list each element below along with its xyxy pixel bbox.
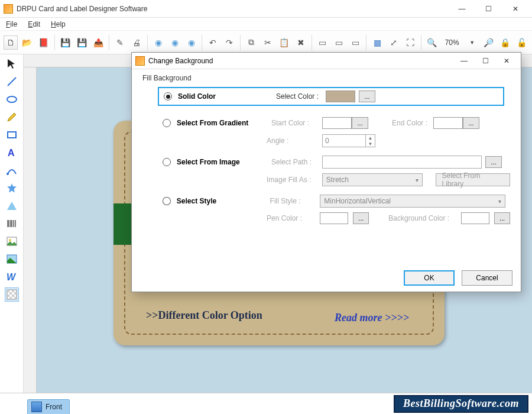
open-icon[interactable]: 📂 [20,35,34,50]
bg-color-swatch[interactable] [461,212,489,224]
paste-icon[interactable]: 📋 [277,35,291,50]
barcode-icon[interactable] [5,216,19,231]
rectangle-icon[interactable] [5,128,19,142]
zoom-dropdown-icon[interactable]: ▼ [465,35,479,50]
triangle-icon[interactable] [5,199,19,213]
start-color-swatch[interactable] [322,117,352,129]
solid-color-swatch[interactable] [326,90,355,102]
ruler-vertical [24,67,37,393]
picture-icon[interactable] [5,234,19,248]
resize-icon[interactable]: ⛶ [403,35,417,50]
menu-bar: File Edit Help [0,18,532,31]
angle-down-icon[interactable]: ▼ [365,141,375,147]
option-solid-color[interactable]: Solid Color Select Color : ... [158,87,504,106]
unlock-icon[interactable]: 🔓 [514,35,528,50]
background-icon[interactable] [5,287,19,302]
pen-color-swatch[interactable] [320,212,348,224]
fillstyle-select[interactable]: MinHorizontalVertical [320,195,505,208]
dialog-maximize-button[interactable]: ☐ [475,53,496,69]
delete-icon[interactable]: ✖ [294,35,308,50]
radio-style[interactable] [163,197,171,205]
fillas-select[interactable]: Stretch [322,173,423,186]
window-titlebar: DRPU Card and Label Designer Software — … [0,0,532,18]
zoom-value[interactable]: 70% [442,38,463,47]
db-icon-3[interactable]: ◉ [184,35,199,50]
copy-icon[interactable]: ⧉ [244,35,258,50]
db-icon[interactable]: ◉ [151,35,166,50]
grid-icon[interactable]: ▦ [370,35,384,50]
dialog-minimize-button[interactable]: — [453,53,475,69]
end-color-browse-button[interactable]: ... [463,117,479,129]
edit-icon[interactable]: ✎ [113,35,127,50]
new-icon[interactable]: 🗋 [4,35,18,50]
save-as-icon[interactable]: 💾 [74,35,89,50]
path-input[interactable] [322,156,482,169]
menu-edit[interactable]: Edit [28,20,40,28]
text-icon[interactable]: A [5,145,19,160]
end-color-label: End Color : [392,119,433,127]
pen-color-browse-button[interactable]: ... [353,212,369,224]
pointer-icon[interactable] [5,57,19,71]
separator [202,35,202,50]
zoom-out-icon[interactable]: 🔎 [482,35,496,50]
line-icon[interactable] [5,75,19,89]
open-red-icon[interactable]: 📕 [37,35,51,50]
image-library-icon[interactable] [5,252,19,266]
separator [240,35,241,50]
card-link-text: Read more >>>> [335,312,409,324]
svg-rect-21 [12,295,14,297]
cut-icon[interactable]: ✂ [261,35,275,50]
brand-banner: BestBillingSoftware.com [394,395,528,413]
lock-icon[interactable]: 🔒 [498,35,512,50]
option-style[interactable]: Select Style Fill Style : MinHorizontalV… [158,192,510,210]
close-button[interactable]: ✕ [502,1,528,17]
section-title: Fill Background [142,74,510,82]
angle-input[interactable]: 0▲▼ [322,134,375,147]
tools-panel: A W [0,54,24,393]
minimize-button[interactable]: — [449,1,475,17]
menu-file[interactable]: File [6,20,17,28]
svg-point-1 [7,96,17,102]
ellipse-icon[interactable] [5,92,19,106]
arc-icon[interactable] [5,163,19,177]
pencil-icon[interactable] [5,110,19,124]
cancel-button[interactable]: Cancel [462,270,512,286]
svg-text:A: A [8,148,15,158]
zoom-in-icon[interactable]: 🔍 [425,35,439,50]
wordart-icon[interactable]: W [5,270,19,284]
layer-icon-3[interactable]: ▭ [348,35,362,50]
db-icon-2[interactable]: ◉ [168,35,182,50]
maximize-button[interactable]: ☐ [475,1,502,17]
end-color-swatch[interactable] [433,117,463,129]
app-icon [4,4,13,14]
size-icon[interactable]: ⤢ [387,35,401,50]
save-icon[interactable]: 💾 [59,35,73,50]
redo-icon[interactable]: ↷ [222,35,236,50]
layer-icon[interactable]: ▭ [316,35,330,50]
export-icon[interactable]: 📤 [91,35,105,50]
fillstyle-label: Fill Style : [270,197,320,205]
print-icon[interactable]: 🖨 [129,35,144,50]
start-color-browse-button[interactable]: ... [352,117,368,129]
select-library-button[interactable]: Select From Library [436,173,511,186]
bg-color-browse-button[interactable]: ... [494,212,510,224]
radio-solid[interactable] [164,92,172,101]
angle-up-icon[interactable]: ▲ [365,135,375,141]
svg-rect-22 [9,297,12,299]
undo-icon[interactable]: ↶ [206,35,220,50]
ok-button[interactable]: OK [404,270,455,286]
path-browse-button[interactable]: ... [485,156,502,168]
radio-gradient[interactable] [163,119,171,127]
option-image[interactable]: Select From Image Select Path : ... [158,153,510,171]
layer-icon-2[interactable]: ▭ [332,35,346,50]
svg-point-4 [7,173,9,175]
star-icon[interactable] [5,181,19,195]
dialog-close-button[interactable]: ✕ [496,53,517,69]
radio-image[interactable] [163,158,171,166]
select-color-label: Select Color : [276,92,319,101]
svg-rect-18 [9,292,12,295]
menu-help[interactable]: Help [51,20,66,28]
solid-color-browse-button[interactable]: ... [359,90,375,102]
tab-front[interactable]: Front [27,399,70,414]
option-gradient[interactable]: Select From Gradient Start Color : ... E… [158,114,510,132]
